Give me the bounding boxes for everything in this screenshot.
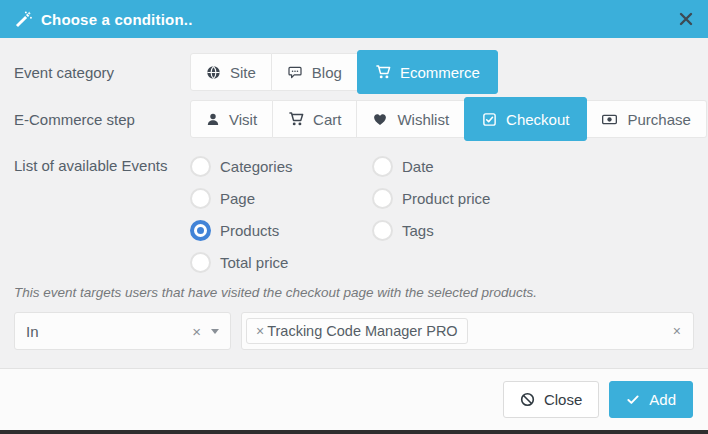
- ecommerce-step-row: E-Commerce step Visit: [14, 100, 694, 138]
- events-list-label: List of available Events: [14, 157, 190, 174]
- products-tags-input[interactable]: × Tracking Code Manager PRO ×: [241, 312, 694, 350]
- radio-checked-icon: [190, 220, 211, 241]
- modal-title: Choose a condition..: [41, 11, 193, 28]
- heart-icon: [372, 112, 388, 127]
- event-category-button-group: Site Blog: [190, 53, 497, 91]
- radio-icon: [190, 156, 211, 177]
- radio-option-products[interactable]: Products: [190, 220, 372, 241]
- radio-icon: [190, 252, 211, 273]
- close-button[interactable]: Close: [503, 381, 599, 418]
- cart-button[interactable]: Cart: [273, 100, 357, 138]
- tag-remove-icon[interactable]: ×: [256, 324, 264, 338]
- event-category-label: Event category: [14, 64, 190, 81]
- events-radio-grid: Categories Date Page Product price Produ…: [190, 150, 490, 278]
- shopping-cart-icon: [288, 111, 304, 127]
- radio-label-product-price: Product price: [402, 190, 490, 207]
- ecommerce-step-label: E-Commerce step: [14, 111, 190, 128]
- check-square-icon: [482, 112, 497, 127]
- wishlist-button[interactable]: Wishlist: [357, 100, 465, 138]
- modal-body: Event category Site: [0, 38, 708, 368]
- radio-option-date[interactable]: Date: [372, 156, 490, 177]
- radio-label-page: Page: [220, 190, 255, 207]
- radio-icon: [190, 188, 211, 209]
- window-bottom-edge: [0, 430, 708, 434]
- radio-label-tags: Tags: [402, 222, 434, 239]
- tag-label: Tracking Code Manager PRO: [267, 323, 457, 339]
- radio-icon: [372, 220, 393, 241]
- operator-clear-icon[interactable]: ×: [192, 324, 201, 339]
- chevron-down-icon[interactable]: [211, 329, 219, 334]
- globe-icon: [206, 65, 221, 80]
- cart-button-label: Cart: [313, 111, 341, 128]
- close-icon[interactable]: [679, 12, 693, 26]
- event-category-row: Event category Site: [14, 53, 694, 91]
- radio-option-total-price[interactable]: Total price: [190, 252, 372, 273]
- blog-button-label: Blog: [312, 64, 342, 81]
- purchase-button[interactable]: Purchase: [586, 100, 706, 138]
- modal-header: Choose a condition..: [0, 0, 708, 38]
- blog-button[interactable]: Blog: [272, 53, 358, 91]
- events-list-row: List of available Events Categories Date…: [14, 150, 694, 278]
- add-button-label: Add: [649, 391, 676, 408]
- radio-icon: [372, 156, 393, 177]
- visit-button-label: Visit: [229, 111, 257, 128]
- magic-wand-icon: [15, 11, 32, 28]
- radio-label-categories: Categories: [220, 158, 293, 175]
- ecommerce-button-label: Ecommerce: [400, 64, 480, 81]
- radio-option-page[interactable]: Page: [190, 188, 372, 209]
- modal-footer: Close Add: [0, 368, 708, 430]
- money-icon: [601, 112, 618, 127]
- visit-button[interactable]: Visit: [190, 100, 273, 138]
- shopping-cart-icon: [375, 64, 391, 80]
- checkout-button[interactable]: Checkout: [464, 97, 587, 141]
- radio-label-products: Products: [220, 222, 279, 239]
- radio-label-date: Date: [402, 158, 434, 175]
- ecommerce-button[interactable]: Ecommerce: [357, 50, 498, 94]
- radio-icon: [372, 188, 393, 209]
- radio-label-total-price: Total price: [220, 254, 288, 271]
- operator-select[interactable]: In ×: [14, 312, 231, 350]
- purchase-button-label: Purchase: [627, 111, 690, 128]
- condition-row: In × × Tracking Code Manager PRO ×: [14, 312, 694, 350]
- product-tag-chip: × Tracking Code Manager PRO: [246, 318, 468, 344]
- site-button-label: Site: [230, 64, 256, 81]
- comment-icon: [287, 65, 303, 80]
- wishlist-button-label: Wishlist: [397, 111, 449, 128]
- add-button[interactable]: Add: [609, 381, 693, 418]
- check-icon: [626, 393, 640, 406]
- close-button-label: Close: [544, 391, 582, 408]
- operator-selected-value: In: [26, 323, 39, 340]
- user-icon: [206, 112, 220, 127]
- ban-icon: [520, 392, 535, 407]
- tags-clear-icon[interactable]: ×: [673, 323, 681, 339]
- radio-option-tags[interactable]: Tags: [372, 220, 490, 241]
- operator-select-controls: ×: [192, 324, 219, 339]
- checkout-button-label: Checkout: [506, 111, 569, 128]
- ecommerce-step-button-group: Visit Cart: [190, 100, 707, 138]
- choose-condition-modal: Choose a condition.. Event category: [0, 0, 708, 434]
- site-button[interactable]: Site: [190, 53, 272, 91]
- radio-option-product-price[interactable]: Product price: [372, 188, 490, 209]
- event-description-note: This event targets users that have visit…: [14, 285, 694, 300]
- radio-option-categories[interactable]: Categories: [190, 156, 372, 177]
